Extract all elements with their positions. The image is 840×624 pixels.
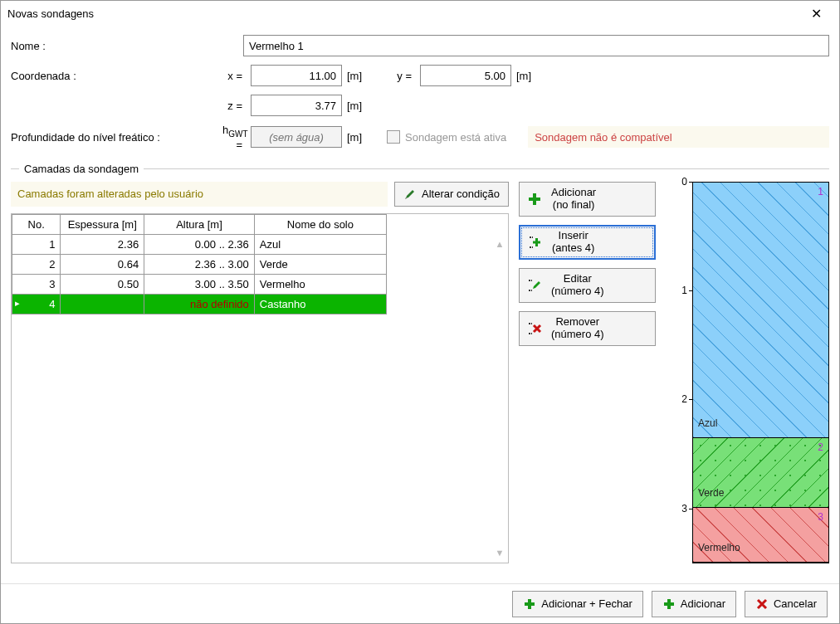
table-row[interactable]: 12.360.00 .. 2.36Azul — [12, 234, 387, 254]
y-unit: [m] — [516, 70, 541, 82]
plus-icon — [523, 597, 536, 611]
table-row[interactable]: ▸4não definidoCastanho — [12, 294, 387, 314]
plus-icon — [662, 597, 676, 611]
pencil-icon — [403, 188, 417, 201]
y-input[interactable] — [420, 65, 511, 86]
svg-rect-1 — [529, 197, 540, 201]
th-altura: Altura [m] — [144, 214, 255, 234]
name-label: Nome : — [11, 40, 215, 52]
notice-banner: Camadas foram alteradas pelo usuário — [11, 182, 388, 207]
gwt-symbol: hGWT = — [222, 124, 246, 151]
svg-rect-11 — [525, 602, 535, 606]
scroll-up-icon[interactable]: ▲ — [493, 237, 506, 251]
error-message: Sondagem não é compatível — [528, 126, 829, 148]
active-checkbox — [387, 130, 400, 144]
insert-layer-button[interactable]: Inserir(antes 4) — [519, 225, 656, 260]
layers-table[interactable]: No. Espessura [m] Altura [m] Nome do sol… — [11, 213, 509, 563]
svg-rect-13 — [664, 602, 674, 606]
x-input[interactable] — [251, 65, 342, 86]
cancel-icon — [755, 597, 769, 611]
profile-layer: 1Azul — [693, 183, 828, 439]
remove-icon — [526, 321, 543, 336]
add-layer-button[interactable]: Adicionar(no final) — [519, 182, 656, 217]
active-label: Sondagem está ativa — [405, 131, 506, 144]
svg-rect-5 — [533, 241, 540, 243]
insert-icon — [527, 235, 544, 250]
gwt-label: Profundidade do nível freático : — [11, 131, 160, 144]
edit-icon — [526, 278, 543, 293]
table-row[interactable]: 30.503.00 .. 3.50Vermelho — [12, 274, 387, 294]
gwt-unit: [m] — [347, 131, 372, 144]
window-title: Novas sondagens — [7, 7, 799, 20]
add-icon — [526, 192, 543, 207]
th-espessura: Espessura [m] — [61, 214, 144, 234]
scroll-down-icon[interactable]: ▼ — [493, 546, 506, 559]
y-label: y = — [392, 70, 415, 82]
z-unit: [m] — [347, 100, 372, 112]
table-row[interactable]: 20.642.36 .. 3.00Verde — [12, 254, 387, 274]
close-icon[interactable]: ✕ — [799, 2, 833, 25]
profile-layer: 3Vermelho — [693, 508, 828, 562]
z-label: z = — [222, 100, 246, 112]
x-unit: [m] — [347, 70, 372, 82]
th-no: No. — [12, 214, 61, 234]
coord-label: Coordenada : — [11, 70, 222, 82]
gwt-input — [251, 126, 342, 148]
th-nome: Nome do solo — [254, 214, 386, 234]
alter-condition-button[interactable]: Alterar condição — [394, 182, 509, 207]
edit-layer-button[interactable]: Editar(número 4) — [519, 268, 656, 303]
remove-layer-button[interactable]: Remover(número 4) — [519, 311, 656, 346]
soil-profile: 1Azul2Verde3Vermelho — [692, 182, 829, 563]
section-title: Camadas da sondagem — [19, 163, 144, 175]
name-input[interactable] — [243, 35, 829, 56]
profile-layer: 2Verde — [693, 438, 828, 508]
add-button[interactable]: Adicionar — [652, 591, 736, 617]
depth-axis: 0123 — [666, 182, 689, 563]
z-input[interactable] — [251, 95, 342, 116]
cancel-button[interactable]: Cancelar — [745, 591, 828, 617]
add-and-close-button[interactable]: Adicionar + Fechar — [512, 591, 642, 617]
x-label: x = — [222, 70, 246, 82]
